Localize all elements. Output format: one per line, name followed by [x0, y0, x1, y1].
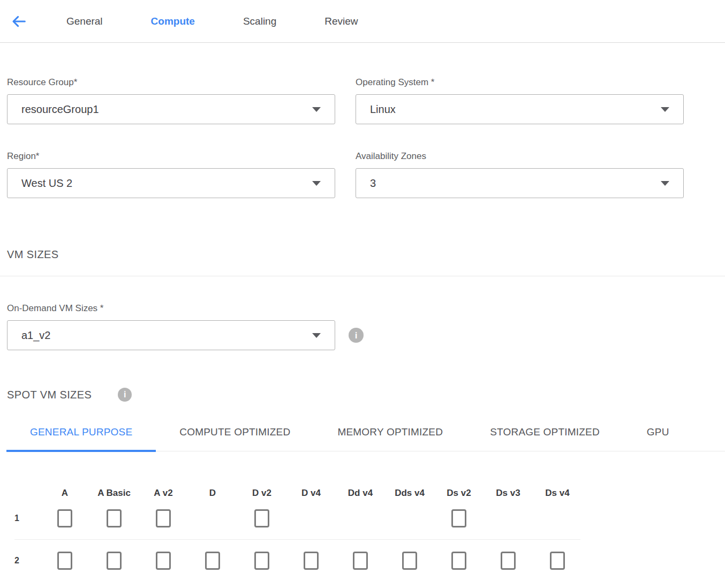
vm-checkbox-row2-ds-v3[interactable]	[501, 552, 516, 570]
section-divider	[0, 276, 725, 276]
availability-zones-label: Availability Zones	[356, 151, 684, 162]
vm-checkbox-row2-d-v2[interactable]	[254, 552, 269, 570]
spot-tab-memory-optimized[interactable]: MEMORY OPTIMIZED	[314, 426, 466, 451]
vm-column-header-dd-v4: Dd v4	[336, 488, 385, 499]
vm-checkbox-row2-ds-v4[interactable]	[550, 552, 565, 570]
vm-checkbox-row2-dd-v4[interactable]	[353, 552, 368, 570]
resource-group-label: Resource Group*	[7, 77, 335, 88]
vm-cell-row2-d-v2	[237, 544, 286, 577]
spot-vm-size-table: AA BasicA v2DD v2D v4Dd v4Dds v4Ds v2Ds …	[0, 488, 725, 577]
vm-cell-row1-a-v2	[139, 502, 188, 535]
on-demand-info-icon[interactable]	[349, 328, 364, 343]
vm-cell-row1-ds-v4	[533, 502, 582, 535]
vm-cell-row1-d-v2	[237, 502, 286, 535]
vm-column-header-dds-v4: Dds v4	[385, 488, 434, 499]
vm-cell-row1-d	[188, 502, 237, 535]
vm-cell-row2-ds-v2	[434, 544, 484, 577]
operating-system-select[interactable]: Linux	[356, 94, 684, 124]
vm-checkbox-row1-a-v2[interactable]	[156, 509, 171, 527]
vm-cell-row2-dd-v4	[336, 544, 385, 577]
vm-checkbox-row2-a-v2[interactable]	[156, 552, 171, 570]
on-demand-vm-sizes-label: On-Demand VM Sizes *	[7, 303, 725, 314]
spot-tab-storage-optimized[interactable]: STORAGE OPTIMIZED	[466, 426, 623, 451]
wizard-step-tabs: GeneralComputeScalingReview	[66, 16, 406, 27]
vm-row-label-1: 1	[0, 514, 40, 523]
spot-tab-gpu[interactable]: GPU	[623, 426, 693, 451]
vm-cell-row2-d-v4	[286, 544, 336, 577]
vm-row-label-2: 2	[0, 556, 40, 566]
vm-checkbox-row2-dds-v4[interactable]	[402, 552, 417, 570]
field-availability-zones: Availability Zones3	[356, 151, 684, 198]
spot-tab-general-purpose[interactable]: GENERAL PURPOSE	[6, 426, 156, 451]
region-label: Region*	[7, 151, 335, 162]
operating-system-value: Linux	[370, 103, 396, 116]
vm-checkbox-row1-a-basic[interactable]	[107, 509, 122, 527]
chevron-down-icon	[312, 181, 321, 186]
spot-vm-sizes-info-icon[interactable]	[118, 388, 132, 402]
vm-table-row-2: 2	[0, 544, 725, 577]
vm-column-header-a: A	[40, 488, 89, 499]
nav-tab-compute[interactable]: Compute	[151, 16, 195, 27]
field-operating-system: Operating System *Linux	[356, 77, 684, 124]
nav-tab-general[interactable]: General	[66, 16, 103, 27]
compute-step-content: Resource Group*resourceGroup1Operating S…	[0, 43, 725, 577]
chevron-down-icon	[661, 181, 669, 186]
vm-table-row-1: 1	[0, 502, 725, 535]
back-button[interactable]	[9, 11, 29, 32]
vm-checkbox-row2-a[interactable]	[57, 552, 72, 570]
availability-zones-value: 3	[370, 177, 376, 190]
vm-cell-row2-ds-v4	[533, 544, 582, 577]
availability-zones-select[interactable]: 3	[356, 168, 684, 198]
vm-cell-row1-a-basic	[89, 502, 139, 535]
spot-tab-compute-optimized[interactable]: COMPUTE OPTIMIZED	[156, 426, 314, 451]
vm-column-header-ds-v2: Ds v2	[434, 488, 484, 499]
section-title-vm-sizes: VM SIZES	[7, 248, 725, 261]
vm-checkbox-row2-d[interactable]	[205, 552, 220, 570]
chevron-down-icon	[312, 107, 321, 112]
vm-column-header-a-v2: A v2	[139, 488, 188, 499]
spot-category-tabs: GENERAL PURPOSECOMPUTE OPTIMIZEDMEMORY O…	[6, 426, 725, 451]
region-select[interactable]: West US 2	[7, 168, 335, 198]
vm-cell-row2-a	[40, 544, 89, 577]
vm-column-header-d-v2: D v2	[237, 488, 286, 499]
operating-system-label: Operating System *	[356, 77, 684, 88]
vm-checkbox-row1-a[interactable]	[57, 509, 72, 527]
section-title-spot-vm-sizes: SPOT VM SIZES	[7, 389, 92, 401]
vm-checkbox-row2-d-v4[interactable]	[304, 552, 319, 570]
vm-checkbox-row2-a-basic[interactable]	[107, 552, 122, 570]
vm-cell-row2-ds-v3	[484, 544, 533, 577]
vm-checkbox-row1-d-v2[interactable]	[254, 509, 269, 527]
vm-column-header-d-v4: D v4	[286, 488, 336, 499]
vm-checkbox-row1-ds-v2[interactable]	[451, 509, 466, 527]
vm-column-header-ds-v4: Ds v4	[533, 488, 582, 499]
field-on-demand-vm-sizes: On-Demand VM Sizes * a1_v2	[7, 303, 725, 350]
nav-tab-review[interactable]: Review	[324, 16, 358, 27]
compute-form-grid: Resource Group*resourceGroup1Operating S…	[7, 77, 725, 198]
region-value: West US 2	[21, 177, 72, 190]
vm-cell-row1-dds-v4	[385, 502, 434, 535]
spot-vm-sizes-header: SPOT VM SIZES	[7, 388, 725, 402]
vm-cell-row2-d	[188, 544, 237, 577]
vm-table-header-row: AA BasicA v2DD v2D v4Dd v4Dds v4Ds v2Ds …	[0, 488, 725, 499]
resource-group-select[interactable]: resourceGroup1	[7, 94, 335, 124]
vm-cell-row1-d-v4	[286, 502, 336, 535]
vm-cell-row1-a	[40, 502, 89, 535]
on-demand-vm-sizes-value: a1_v2	[21, 329, 51, 342]
vm-cell-row2-dds-v4	[385, 544, 434, 577]
arrow-left-icon	[10, 13, 27, 30]
vm-cell-row2-a-v2	[139, 544, 188, 577]
vm-column-header-a-basic: A Basic	[89, 488, 139, 499]
field-region: Region*West US 2	[7, 151, 335, 198]
chevron-down-icon	[661, 107, 669, 112]
vm-checkbox-row2-ds-v2[interactable]	[451, 552, 466, 570]
nav-tab-scaling[interactable]: Scaling	[243, 16, 276, 27]
on-demand-vm-sizes-select[interactable]: a1_v2	[7, 320, 335, 350]
resource-group-value: resourceGroup1	[21, 103, 99, 116]
vm-cell-row2-a-basic	[89, 544, 139, 577]
vm-column-header-ds-v3: Ds v3	[484, 488, 533, 499]
chevron-down-icon	[312, 333, 321, 338]
vm-cell-row1-dd-v4	[336, 502, 385, 535]
vm-column-header-d: D	[188, 488, 237, 499]
vm-cell-row1-ds-v3	[484, 502, 533, 535]
vm-row-divider	[14, 539, 580, 540]
